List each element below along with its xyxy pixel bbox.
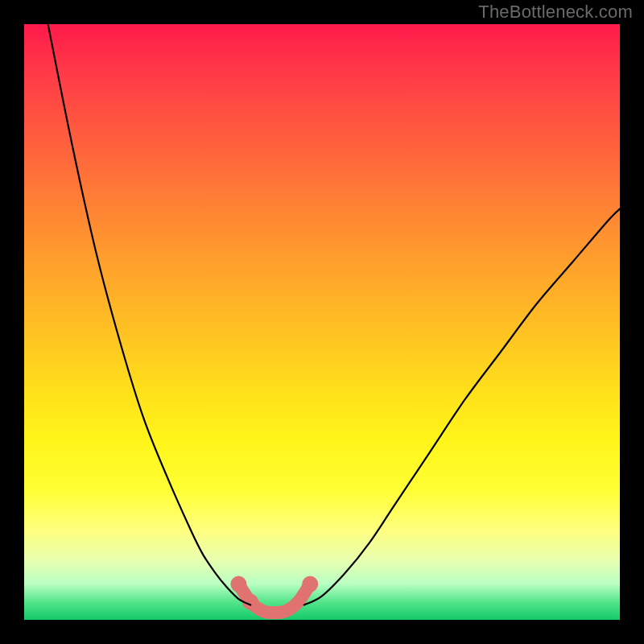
curve-layer	[24, 24, 620, 620]
optimal-band-curve	[230, 576, 318, 613]
bottleneck-curve	[48, 24, 620, 605]
svg-point-2	[302, 576, 318, 592]
plot-area	[24, 24, 620, 620]
svg-point-0	[230, 576, 246, 592]
watermark-text: TheBottleneck.com	[478, 2, 633, 23]
chart-frame: TheBottleneck.com	[0, 0, 644, 644]
